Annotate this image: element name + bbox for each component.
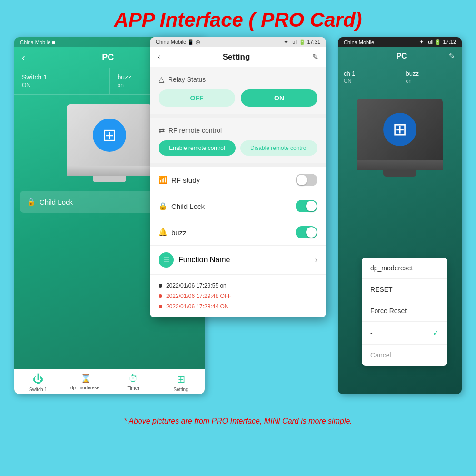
- bottom-nav-setting[interactable]: ⊞ Setting: [157, 373, 205, 392]
- function-left: ☰ Function Name: [159, 252, 230, 268]
- bottom-nav-switch1[interactable]: ⏻ Switch 1: [14, 373, 62, 392]
- left-nav-title: PC: [102, 52, 114, 62]
- log-entry-2: 2022/01/06 17:29:48 OFF: [159, 291, 317, 301]
- left-monitor-screen: ⊞: [67, 104, 152, 166]
- left-switch1-name: Switch 1: [22, 73, 102, 81]
- hourglass-icon: ⌛: [80, 373, 91, 384]
- rf-study-label: 📶 RF study: [159, 176, 200, 184]
- buzz-icon: 🔔: [159, 228, 168, 237]
- rf-study-row: 📶 RF study: [150, 167, 326, 193]
- log-dot-3: [159, 305, 162, 308]
- buzz-toggle[interactable]: [296, 226, 317, 238]
- right-edit-icon[interactable]: ✎: [449, 52, 455, 60]
- right-monitor-screen: ⊞: [357, 99, 443, 160]
- right-menu-item-cancel[interactable]: Cancel: [362, 345, 447, 366]
- function-name-row[interactable]: ☰ Function Name ›: [150, 246, 326, 275]
- check-icon: ✓: [433, 328, 439, 337]
- center-edit-icon[interactable]: ✎: [312, 52, 318, 61]
- right-menu: dp_modereset RESET Force Reset - ✓ Cance…: [362, 258, 447, 366]
- right-switch-row: ch 1 ON buzz on: [338, 65, 462, 89]
- left-child-lock-text: Child Lock: [40, 198, 73, 206]
- relay-status-title: △ Relay Status: [159, 75, 317, 84]
- bottom-nav-timer[interactable]: ⏱ Timer: [109, 373, 157, 392]
- right-menu-item-dp[interactable]: dp_modereset: [362, 258, 447, 279]
- timer-icon: ⏱: [129, 373, 138, 384]
- right-menu-reset-label: RESET: [370, 286, 393, 293]
- title-main: APP Interface: [114, 9, 243, 31]
- grid-icon: ⊞: [177, 373, 185, 386]
- rf-remote-title: ⇄ RF remote control: [159, 126, 317, 135]
- rf-buttons: Enable remote control Disable remote con…: [159, 140, 317, 156]
- rf-remote-section: ⇄ RF remote control Enable remote contro…: [150, 118, 326, 167]
- child-lock-row: 🔒 Child Lock: [150, 193, 326, 219]
- right-switch2-status: on: [406, 78, 456, 84]
- right-status-bar: China Mobile ✦ ≡ull 🔋 17:12: [338, 37, 462, 47]
- rf-enable-button[interactable]: Enable remote control: [159, 140, 236, 156]
- rf-disable-button[interactable]: Disable remote control: [240, 140, 317, 156]
- phone-center: China Mobile 📱 ◎ ✦ ≡ull 🔋 17:31 ‹ Settin…: [150, 37, 326, 317]
- page-header: APP Interface ( PRO Card): [0, 0, 476, 37]
- relay-off-button[interactable]: OFF: [159, 89, 235, 107]
- page-title: APP Interface ( PRO Card): [10, 9, 466, 31]
- log-text-3: 2022/01/06 17:28:44 ON: [166, 303, 228, 310]
- right-carrier: China Mobile: [344, 40, 374, 45]
- log-text-1: 2022/01/06 17:29:55 on: [166, 282, 227, 289]
- footer-text: * Above pictures are from PRO Interface,…: [124, 417, 352, 425]
- log-dot-1: [159, 284, 162, 288]
- right-switch1: ch 1 ON: [338, 65, 400, 89]
- rf-icon: ⇄: [159, 126, 165, 135]
- right-menu-item-force-reset[interactable]: Force Reset: [362, 300, 447, 322]
- center-time: ✦ ≡ull 🔋 17:31: [284, 39, 320, 45]
- buzz-row: 🔔 buzz: [150, 219, 326, 246]
- bottom-nav-switch1-label: Switch 1: [29, 387, 47, 392]
- log-text-2: 2022/01/06 17:29:48 OFF: [166, 293, 231, 299]
- right-switch1-name: ch 1: [344, 70, 394, 77]
- left-windows-icon: ⊞: [93, 119, 126, 152]
- right-switch2-name: buzz: [406, 70, 456, 77]
- buzz-text: buzz: [171, 228, 187, 237]
- child-lock-label: 🔒 Child Lock: [159, 202, 205, 210]
- left-monitor-stand: [67, 166, 152, 176]
- left-monitor-base: [93, 176, 126, 182]
- bottom-nav-setting-label: Setting: [173, 387, 188, 392]
- phone-right: China Mobile ✦ ≡ull 🔋 17:12 PC ✎ ch 1 ON…: [338, 37, 462, 394]
- log-dot-2: [159, 294, 162, 298]
- left-child-lock-label: 🔒 Child Lock: [27, 198, 73, 206]
- title-sub: ( PRO Card): [243, 9, 362, 31]
- right-menu-dash-label: -: [370, 329, 373, 337]
- right-monitor-stand: [357, 160, 443, 170]
- relay-on-button[interactable]: ON: [241, 89, 317, 107]
- right-menu-item-dash[interactable]: - ✓: [362, 322, 447, 345]
- footer: * Above pictures are from PRO Interface,…: [0, 413, 476, 429]
- left-carrier: China Mobile ■: [20, 40, 55, 45]
- relay-buttons: OFF ON: [159, 89, 317, 107]
- rf-study-text: RF study: [171, 176, 200, 184]
- function-chevron-icon: ›: [315, 256, 317, 264]
- center-back-icon[interactable]: ‹: [158, 52, 160, 62]
- relay-status-text: Relay Status: [168, 76, 206, 83]
- relay-icon: △: [159, 75, 164, 84]
- rf-study-icon: 📶: [159, 176, 168, 184]
- function-name-text: Function Name: [178, 256, 230, 264]
- power-icon: ⏻: [33, 373, 43, 386]
- right-nav-title: PC: [396, 52, 407, 60]
- phones-container: China Mobile ■ ✦ ≡ull 🔋 17:12 ‹ PC ✎ Swi…: [0, 37, 476, 413]
- center-nav-bar: ‹ Setting ✎: [150, 47, 326, 67]
- bottom-nav-timer-label: Timer: [127, 386, 139, 391]
- bottom-nav-dp-label: dp_modereset: [70, 385, 101, 390]
- right-switch2: buzz on: [400, 65, 462, 89]
- child-lock-toggle[interactable]: [296, 200, 317, 212]
- right-monitor-base: [383, 170, 416, 177]
- right-menu-force-reset-label: Force Reset: [370, 307, 407, 315]
- rf-study-toggle[interactable]: [296, 174, 317, 186]
- log-entry-1: 2022/01/06 17:29:55 on: [159, 280, 317, 291]
- left-back-icon[interactable]: ‹: [22, 52, 25, 63]
- center-nav-title: Setting: [223, 52, 250, 62]
- rf-remote-text: RF remote control: [169, 127, 222, 134]
- right-menu-item-reset[interactable]: RESET: [362, 279, 447, 300]
- right-switch1-status: ON: [344, 78, 394, 84]
- buzz-label: 🔔 buzz: [159, 228, 187, 237]
- child-lock-text: Child Lock: [171, 202, 205, 210]
- bottom-nav-dp[interactable]: ⌛ dp_modereset: [62, 373, 109, 392]
- left-switch1-status: ON: [22, 82, 102, 89]
